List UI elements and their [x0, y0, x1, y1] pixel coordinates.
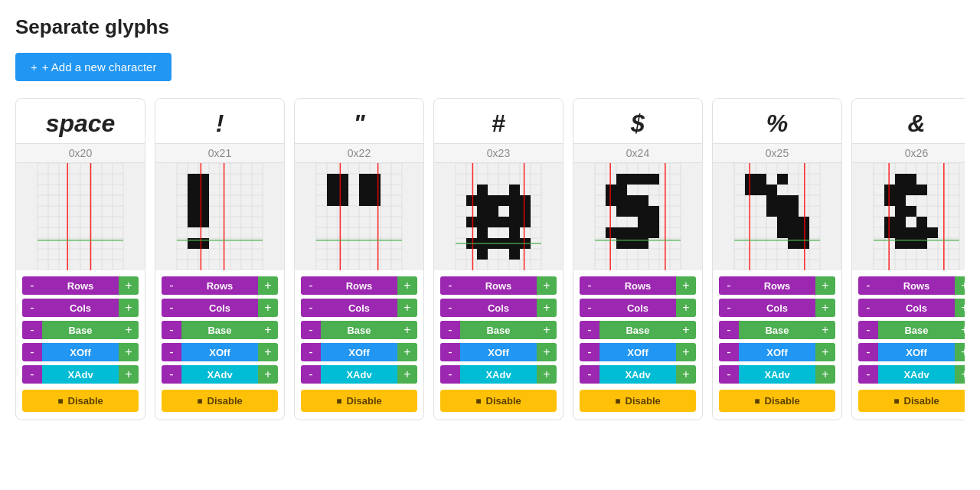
xadv-plus-button[interactable]: + — [119, 365, 139, 384]
base-plus-button[interactable]: + — [955, 321, 965, 339]
xadv-minus-button[interactable]: - — [440, 365, 460, 384]
svg-rect-256 — [884, 185, 895, 195]
svg-rect-214 — [745, 185, 756, 195]
rows-minus-button[interactable]: - — [162, 276, 181, 295]
svg-rect-83 — [338, 185, 348, 195]
rows-minus-button[interactable]: - — [858, 276, 878, 295]
cols-minus-button[interactable]: - — [440, 299, 460, 317]
cols-plus-button[interactable]: + — [955, 299, 965, 317]
xoff-minus-button[interactable]: - — [719, 343, 739, 361]
cols-minus-button[interactable]: - — [580, 299, 599, 317]
disable-button[interactable]: Disable — [162, 390, 278, 412]
svg-rect-87 — [338, 195, 348, 206]
xadv-plus-button[interactable]: + — [815, 365, 835, 384]
xadv-minus-button[interactable]: - — [858, 365, 878, 384]
rows-plus-button[interactable]: + — [955, 276, 965, 295]
rows-minus-button[interactable]: - — [719, 276, 739, 295]
cols-plus-button[interactable]: + — [397, 299, 417, 317]
xadv-plus-button[interactable]: + — [676, 365, 696, 384]
rows-minus-button[interactable]: - — [440, 276, 460, 295]
cols-label: Cols — [878, 299, 955, 317]
disable-button[interactable]: Disable — [580, 390, 696, 412]
rows-plus-button[interactable]: + — [119, 276, 139, 295]
rows-label: Rows — [42, 276, 119, 295]
disable-button[interactable]: Disable — [22, 390, 139, 412]
disable-button[interactable]: Disable — [858, 390, 965, 412]
xoff-plus-button[interactable]: + — [397, 343, 417, 361]
rows-minus-button[interactable]: - — [301, 276, 321, 295]
base-minus-button[interactable]: - — [162, 321, 181, 339]
glyph-pixel-grid[interactable] — [434, 163, 563, 270]
xoff-minus-button[interactable]: - — [162, 343, 181, 361]
xoff-plus-button[interactable]: + — [537, 343, 557, 361]
xoff-minus-button[interactable]: - — [858, 343, 878, 361]
cols-plus-button[interactable]: + — [676, 299, 696, 317]
disable-button[interactable]: Disable — [440, 390, 557, 412]
base-minus-button[interactable]: - — [440, 321, 460, 339]
base-plus-button[interactable]: + — [119, 321, 139, 339]
rows-plus-button[interactable]: + — [676, 276, 696, 295]
cols-plus-button[interactable]: + — [258, 299, 278, 317]
base-minus-button[interactable]: - — [580, 321, 599, 339]
cols-minus-button[interactable]: - — [719, 299, 739, 317]
disable-button[interactable]: Disable — [719, 390, 835, 412]
xoff-minus-button[interactable]: - — [301, 343, 321, 361]
rows-plus-button[interactable]: + — [397, 276, 417, 295]
disable-button[interactable]: Disable — [301, 390, 417, 412]
base-minus-button[interactable]: - — [858, 321, 878, 339]
rows-minus-button[interactable]: - — [580, 276, 599, 295]
base-minus-button[interactable]: - — [22, 321, 42, 339]
base-plus-button[interactable]: + — [537, 321, 557, 339]
xoff-plus-button[interactable]: + — [119, 343, 139, 361]
xoff-plus-button[interactable]: + — [258, 343, 278, 361]
xoff-minus-button[interactable]: - — [22, 343, 42, 361]
glyph-hex-code: 0x21 — [155, 143, 284, 163]
base-plus-button[interactable]: + — [815, 321, 835, 339]
control-row-xadv: - XAdv + — [858, 365, 965, 384]
xoff-plus-button[interactable]: + — [815, 343, 835, 361]
base-plus-button[interactable]: + — [258, 321, 278, 339]
svg-rect-171 — [616, 195, 627, 206]
xadv-minus-button[interactable]: - — [719, 365, 739, 384]
glyph-pixel-grid[interactable] — [16, 163, 145, 270]
glyph-card-0x22: " 0x22 - Rows + - Cols + - Base + - — [294, 98, 424, 420]
svg-rect-127 — [488, 217, 498, 227]
glyph-pixel-grid[interactable] — [295, 163, 423, 270]
cols-minus-button[interactable]: - — [301, 299, 321, 317]
cols-minus-button[interactable]: - — [22, 299, 42, 317]
cols-minus-button[interactable]: - — [162, 299, 181, 317]
svg-rect-180 — [606, 227, 616, 238]
rows-plus-button[interactable]: + — [537, 276, 557, 295]
xadv-plus-button[interactable]: + — [397, 365, 417, 384]
glyph-controls: - Rows + - Cols + - Base + - XOff + - XA… — [434, 270, 563, 384]
xadv-minus-button[interactable]: - — [580, 365, 599, 384]
base-minus-button[interactable]: - — [301, 321, 321, 339]
base-plus-button[interactable]: + — [397, 321, 417, 339]
xoff-minus-button[interactable]: - — [440, 343, 460, 361]
xadv-plus-button[interactable]: + — [955, 365, 965, 384]
glyph-pixel-grid[interactable] — [852, 163, 965, 270]
xadv-minus-button[interactable]: - — [162, 365, 181, 384]
xadv-minus-button[interactable]: - — [301, 365, 321, 384]
rows-plus-button[interactable]: + — [258, 276, 278, 295]
xadv-plus-button[interactable]: + — [258, 365, 278, 384]
cols-plus-button[interactable]: + — [119, 299, 139, 317]
base-minus-button[interactable]: - — [719, 321, 739, 339]
cols-plus-button[interactable]: + — [537, 299, 557, 317]
glyph-pixel-grid[interactable] — [713, 163, 841, 270]
xoff-minus-button[interactable]: - — [580, 343, 599, 361]
rows-minus-button[interactable]: - — [22, 276, 42, 295]
glyph-pixel-grid[interactable] — [155, 163, 284, 270]
svg-rect-165 — [627, 174, 638, 185]
xadv-minus-button[interactable]: - — [22, 365, 42, 384]
xadv-plus-button[interactable]: + — [537, 365, 557, 384]
add-character-button[interactable]: + + Add a new character — [15, 53, 172, 81]
xoff-plus-button[interactable]: + — [955, 343, 965, 361]
cols-minus-button[interactable]: - — [858, 299, 878, 317]
glyph-pixel-grid[interactable] — [573, 163, 702, 270]
rows-plus-button[interactable]: + — [815, 276, 835, 295]
base-plus-button[interactable]: + — [676, 321, 696, 339]
cols-plus-button[interactable]: + — [815, 299, 835, 317]
xoff-plus-button[interactable]: + — [676, 343, 696, 361]
xadv-label: XAdv — [460, 365, 537, 384]
